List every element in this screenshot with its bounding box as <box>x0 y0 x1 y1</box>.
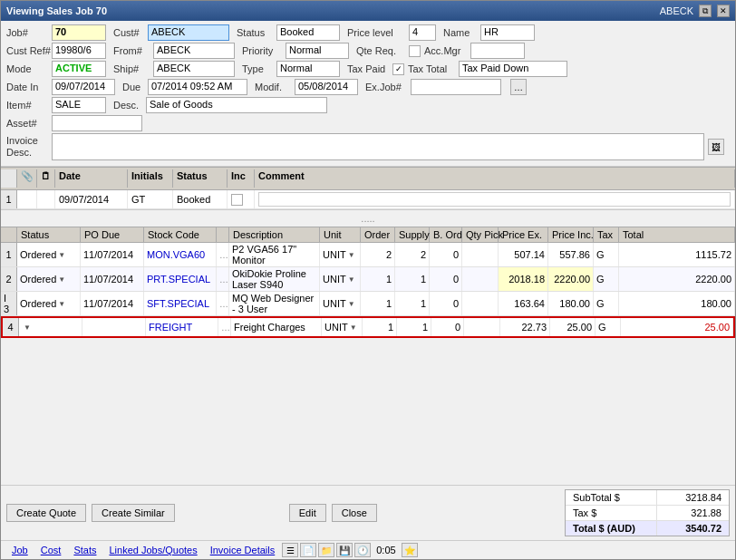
items-row-4-tax: G <box>596 318 621 336</box>
notes-row-1-inc-checkbox[interactable] <box>231 194 243 206</box>
tab-job[interactable]: Job <box>6 543 34 557</box>
status-dropdown-4[interactable]: ▼ <box>24 323 31 332</box>
date-in-value: 09/07/2014 <box>52 79 115 95</box>
items-grid-header: Status PO Due Stock Code Description Uni… <box>1 227 735 243</box>
tab-stats[interactable]: Stats <box>68 543 102 557</box>
ex-job-browse-button[interactable]: … <box>510 79 527 95</box>
status-dropdown-2[interactable]: ▼ <box>58 275 65 284</box>
total-label: Total $ (AUD) <box>566 521 656 536</box>
close-button-bottom[interactable]: Close <box>332 504 377 522</box>
items-row-3-b-ord: 0 <box>430 292 462 315</box>
ex-job-label: Ex.Job# <box>365 82 405 92</box>
ship-value: ABECK <box>153 61 235 77</box>
items-row-1-unit: UNIT▼ <box>320 243 361 266</box>
spacer <box>1 467 735 485</box>
nav-icon-clock[interactable]: 🕐 <box>354 543 371 557</box>
items-col-price-ex: Price Ex. <box>499 227 548 242</box>
tax-total-value: Tax Paid Down <box>459 61 567 77</box>
lines-divider: ..... <box>1 210 735 227</box>
cust-value[interactable]: ABECK <box>148 24 229 41</box>
items-row-2-status: Ordered▼ <box>17 267 81 291</box>
from-label: From# <box>113 45 148 56</box>
nav-icon-save[interactable]: 💾 <box>336 543 353 557</box>
tax-paid-label: Tax Paid <box>347 63 387 74</box>
create-similar-button[interactable]: Create Similar <box>92 504 175 522</box>
items-row-1-po-due: 11/07/2014 <box>81 243 144 266</box>
from-value: ABECK <box>153 43 235 59</box>
form-row-6: Asset# <box>6 115 730 131</box>
tax-paid-checkbox[interactable] <box>392 63 404 75</box>
qte-req-checkbox[interactable] <box>409 45 421 57</box>
items-row-1-b-ord: 0 <box>430 243 462 266</box>
items-row-1-num: 1 <box>1 243 17 266</box>
notes-row-1-comment-input[interactable] <box>258 192 731 207</box>
priority-value: Normal <box>286 43 349 59</box>
items-row-2-tax: G <box>594 267 619 291</box>
item-value: SALE <box>52 97 106 113</box>
status-dropdown-3[interactable]: ▼ <box>58 300 65 308</box>
form-row-2: Cust Ref# 19980/6 From# ABECK Priority N… <box>6 43 730 59</box>
items-row-4-supply: 1 <box>397 318 431 336</box>
nav-icon-star[interactable]: ⭐ <box>402 543 418 557</box>
unit-dropdown-1[interactable]: ▼ <box>348 251 355 259</box>
restore-button[interactable]: ⧉ <box>699 5 712 17</box>
nav-icon-list[interactable]: ☰ <box>282 543 298 557</box>
unit-dropdown-3[interactable]: ▼ <box>348 300 355 308</box>
status-value: Booked <box>276 24 340 41</box>
tab-cost[interactable]: Cost <box>35 543 67 557</box>
items-col-qty-pick: Qty Pick <box>462 227 499 242</box>
items-row-4-num: 4 <box>3 318 19 336</box>
items-col-rownum <box>1 227 17 242</box>
total-value: 3540.72 <box>656 521 729 536</box>
status-dropdown-1[interactable]: ▼ <box>58 251 65 259</box>
notes-row-1-comment[interactable] <box>255 190 735 208</box>
acc-mgr-label: Acc.Mgr <box>424 45 465 56</box>
items-row-3-ellipsis: … <box>217 292 229 315</box>
price-level-value: 4 <box>409 24 436 41</box>
items-row-3-price-inc: 180.00 <box>548 292 594 315</box>
nav-icon-doc[interactable]: 📄 <box>300 543 316 557</box>
items-col-total: Total <box>619 227 735 242</box>
notes-row-1-initials: GT <box>128 190 173 208</box>
items-col-order: Order <box>361 227 395 242</box>
form-row-1: Job# 70 Cust# ABECK Status Booked Price … <box>6 24 730 41</box>
form-row-4: Date In 09/07/2014 Due 07/2014 09:52 AM … <box>6 79 730 95</box>
nav-icon-folder[interactable]: 📁 <box>318 543 334 557</box>
items-row-3-tax: G <box>594 292 619 315</box>
items-row-2-b-ord: 0 <box>430 267 462 291</box>
unit-dropdown-2[interactable]: ▼ <box>348 275 355 284</box>
invoice-desc-field[interactable] <box>52 133 704 160</box>
name-value: HR <box>480 24 535 41</box>
title-bar-controls: ABECK ⧉ ✕ <box>660 5 730 17</box>
nav-tabs: Job Cost Stats Linked Jobs/Quotes Invoic… <box>1 540 735 559</box>
subtotal-label: SubTotal $ <box>566 490 656 505</box>
items-row-2-stock-code: PRT.SPECIAL <box>144 267 217 291</box>
asset-value <box>52 115 142 131</box>
items-row-4-b-ord: 0 <box>431 318 464 336</box>
tax-value: 321.88 <box>656 506 729 520</box>
edit-button[interactable]: Edit <box>289 504 326 522</box>
notes-col-inc: Inc <box>228 169 255 188</box>
form-row-5: Item# SALE Desc. Sale of Goods <box>6 97 730 113</box>
desc-value: Sale of Goods <box>146 97 327 113</box>
close-button[interactable]: ✕ <box>717 5 730 17</box>
items-row-2-num: 2 <box>1 267 17 291</box>
items-row-3-order: 1 <box>361 292 395 315</box>
totals-box: SubTotal $ 3218.84 Tax $ 321.88 Total $ … <box>565 489 730 536</box>
invoice-desc-label: Invoice Desc. <box>6 135 52 159</box>
tab-invoice-details[interactable]: Invoice Details <box>205 543 281 557</box>
items-row-2-description: OkiDokie Proline Laser S940 <box>229 267 320 291</box>
items-row-1-price-ex: 507.14 <box>499 243 548 266</box>
invoice-desc-icon-button[interactable]: 🖼 <box>708 139 724 155</box>
desc-label: Desc. <box>113 100 140 111</box>
tab-linked-jobs-quotes[interactable]: Linked Jobs/Quotes <box>103 543 202 557</box>
items-row-2-po-due: 11/07/2014 <box>81 267 144 291</box>
asset-label: Asset# <box>6 118 52 129</box>
ship-label: Ship# <box>113 63 148 74</box>
items-row-3-supply: 1 <box>395 292 430 315</box>
create-quote-button[interactable]: Create Quote <box>6 504 86 522</box>
items-row-2-total: 2220.00 <box>619 267 735 291</box>
items-section: Status PO Due Stock Code Description Uni… <box>1 227 735 467</box>
unit-dropdown-4[interactable]: ▼ <box>350 323 357 332</box>
price-level-label: Price level <box>347 27 403 38</box>
